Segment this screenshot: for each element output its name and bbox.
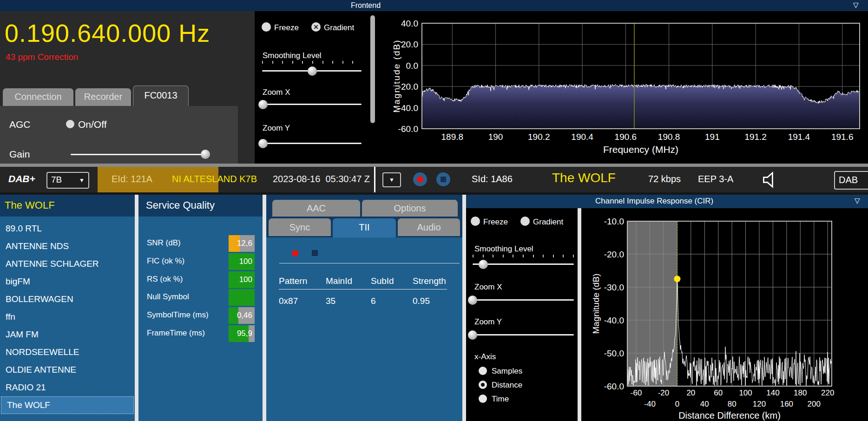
channel-value: 7B [51,175,62,185]
cir-zoom-x-slider-track[interactable] [473,299,574,301]
collapse-panel-icon[interactable]: ▽ [855,197,860,205]
tii-divider [279,263,460,263]
x-axis-radio-time[interactable] [479,395,487,403]
axis-tick-label: 180 [794,388,807,397]
axis-tick-label: -40.0 [604,316,624,325]
decoder-tab-aac[interactable]: AAC [272,200,360,217]
station-list-item[interactable]: The WOLF [1,396,134,414]
decoder-tab-options[interactable]: Options [362,200,458,217]
tuner-tab-connection[interactable]: Connection [3,88,73,106]
station-list-item[interactable]: bigFM [0,273,135,290]
station-list-header: The WOLF [0,195,135,217]
agc-toggle[interactable] [66,120,74,128]
zoom-y-label: Zoom Y [263,124,290,133]
collapse-panel-icon[interactable]: ▽ [853,1,859,9]
tii-cell: 0.95 [413,296,430,306]
tii-cell: 6 [371,296,376,306]
cir-zoom-y-slider-track[interactable] [473,334,574,335]
station-list-item[interactable]: 89.0 RTL [0,220,135,237]
stop-button[interactable] [436,172,450,186]
bar-separator [374,167,375,192]
tuner-tab-panel: AGC On/Off Gain [0,106,238,164]
sq-row-label: FrameTime (ms) [147,329,205,338]
smoothing-slider-handle[interactable] [308,66,317,76]
record-icon [417,176,423,183]
tii-col-header: Strength [413,276,446,286]
cir-zoom-y-slider-handle[interactable] [468,330,477,340]
gradient-checkbox[interactable]: ✕ [311,22,321,32]
cir-zoom-x-label: Zoom X [474,283,502,292]
cir-smoothing-slider-handle[interactable] [479,260,488,269]
cir-freeze-checkbox[interactable] [471,217,480,226]
axis-tick-label: 190.8 [658,132,680,142]
sq-bar-value: 95,9 [237,329,252,338]
protection-label: EEP 3-A [698,174,733,184]
chevron-down-icon: ▼ [389,177,395,183]
app-window: Frontend ▽ 0.190.640.000 Hz 43 ppm Corre… [0,0,868,421]
axis-tick-label: -20.0 [604,250,624,259]
station-list-item[interactable]: BOLLERWAGEN [0,290,135,308]
cir-zoom-y-label: Zoom Y [474,317,502,327]
axis-tick-label: -60 [631,388,642,397]
axis-tick-label: 200 [808,400,821,408]
sq-bar-fill [229,289,255,306]
x-axis-radio-samples[interactable] [479,367,487,375]
station-list-item[interactable]: JAM FM [0,326,135,343]
cir-chart[interactable]: -10.0-20.0-30.0-40.0-50.0-60.0-60-40-200… [581,208,868,421]
freeze-checkbox[interactable] [262,22,271,32]
x-icon: ✕ [313,23,319,31]
splitter-handle[interactable] [135,195,138,421]
decoder-tab-sync[interactable]: Sync [269,218,331,236]
sq-bar-0: 12,6 [229,235,255,252]
record-button[interactable] [413,172,427,186]
cir-gradient-label: Gradient [533,217,563,227]
spectrum-controls-panel: Freeze ✕ Gradient Smoothing Level Zoom X… [255,11,377,164]
station-list-item[interactable]: ANTENNE SCHLAGER [0,255,135,273]
cir-gradient-checkbox[interactable] [520,217,530,226]
station-list-item[interactable]: OLDIE ANTENNE [0,361,135,379]
datetime-label: 2023-08-16 05:30:47 Z [273,174,374,184]
tuner-tab-recorder[interactable]: Recorder [75,88,131,106]
zoom-y-slider-track[interactable] [262,143,362,144]
splitter-handle[interactable] [578,208,581,421]
zoom-x-slider-handle[interactable] [258,100,268,109]
speaker-icon[interactable] [761,171,779,189]
zoom-y-slider-handle[interactable] [258,139,268,148]
radio-dot [481,383,485,387]
decoder-tab-tii[interactable]: TII [333,218,396,237]
tii-col-header: SubId [371,276,394,286]
cir-zoom-x-slider-handle[interactable] [468,296,477,305]
x-axis-radio-distance[interactable] [479,381,487,389]
gain-slider-handle[interactable] [201,150,210,159]
sq-bar-4: 0,46 [229,307,255,324]
tuner-tab-fc0013[interactable]: FC0013 [133,86,189,106]
axis-tick-label: 160 [780,400,793,408]
station-list-item[interactable]: NORDSEEWELLE [0,343,135,361]
cir-section: Channel Impulse Response (CIR) ▽ Freeze … [466,195,868,421]
axis-tick-label: 0.0 [406,61,418,71]
service-menu-button[interactable]: ▼ [382,172,401,187]
vertical-scrollbar[interactable] [370,15,375,123]
tii-stop-icon[interactable] [312,250,318,256]
zoom-x-slider-track[interactable] [262,104,362,105]
axis-tick-label: 191.6 [831,132,854,142]
output-device-dropdown[interactable]: DAB ▼ [834,171,868,190]
service-quality-rows: SNR (dB)12,6FIC (ok %)100RS (ok %)100Nul… [138,195,263,421]
sq-bar-value: 100 [239,275,252,284]
axis-tick-label: -60.0 [604,382,624,391]
station-list-item[interactable]: ffn [0,308,135,326]
tii-cell: 35 [326,296,335,306]
channel-dropdown[interactable]: 7B ▼ [46,172,89,189]
gain-slider-track[interactable] [71,154,210,155]
horizontal-scrollbar[interactable] [0,164,868,167]
decoder-tab-audio[interactable]: Audio [398,218,460,236]
station-list-item[interactable]: RADIO 21 [0,379,135,396]
frontend-spectrum-chart[interactable]: 40.020.00.0-20.0-40.0-60.0189.8190190.21… [377,11,868,164]
station-list-item[interactable]: ANTENNE NDS [0,237,135,255]
splitter-handle[interactable] [462,195,466,421]
decoder-panel: AACOptions SyncTIIAudio PatternMainIdSub… [266,195,462,421]
tii-record-icon[interactable] [292,250,298,257]
splitter-handle[interactable] [263,195,266,421]
bottom-section: The WOLF 89.0 RTLANTENNE NDSANTENNE SCHL… [0,195,868,421]
axis-tick-label: 190 [488,132,503,142]
